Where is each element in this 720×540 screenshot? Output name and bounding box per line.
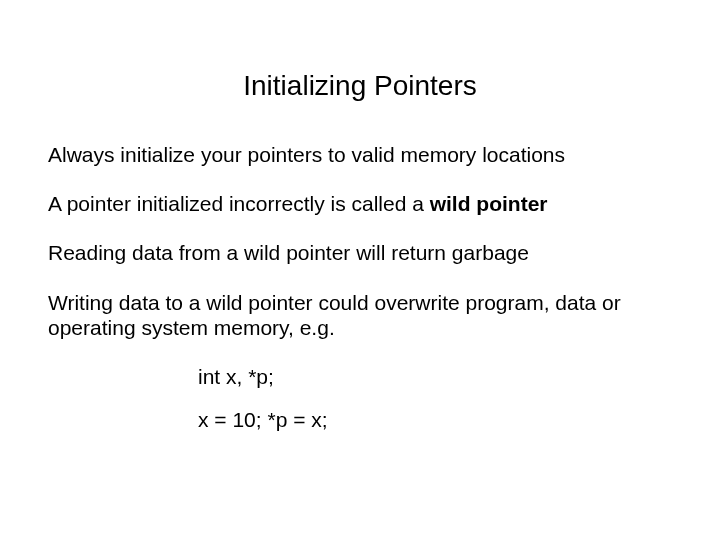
paragraph-wild-pointer-def: A pointer initialized incorrectly is cal… bbox=[48, 191, 672, 216]
paragraph-reading: Reading data from a wild pointer will re… bbox=[48, 240, 672, 265]
term-wild-pointer: wild pointer bbox=[430, 192, 548, 215]
paragraph-writing: Writing data to a wild pointer could ove… bbox=[48, 290, 672, 340]
code-line-assignment: x = 10; *p = x; bbox=[48, 407, 672, 432]
slide: Initializing Pointers Always initialize … bbox=[0, 0, 720, 540]
slide-title: Initializing Pointers bbox=[48, 70, 672, 102]
text-span: A pointer initialized incorrectly is cal… bbox=[48, 192, 430, 215]
code-line-declaration: int x, *p; bbox=[48, 364, 672, 389]
paragraph-initialize: Always initialize your pointers to valid… bbox=[48, 142, 672, 167]
